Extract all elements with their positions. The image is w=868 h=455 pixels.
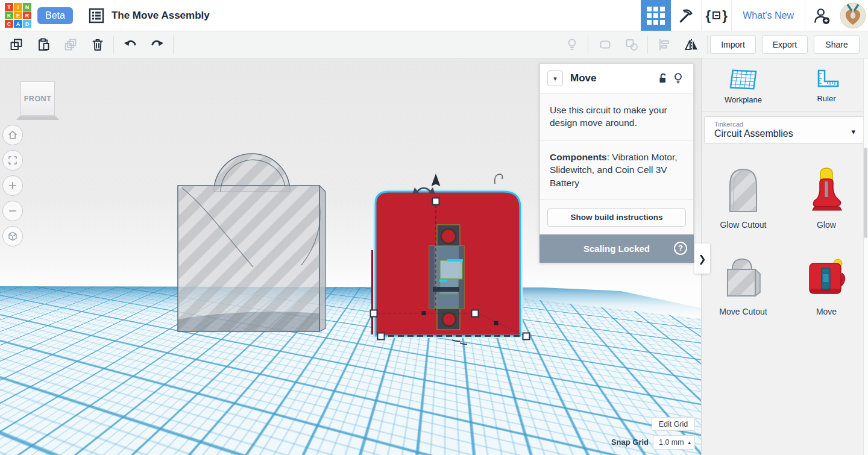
- inspector-dropdown-button[interactable]: ▾: [547, 71, 563, 86]
- logo-letter: E: [14, 11, 22, 19]
- inspector-header: ▾ Move: [539, 63, 694, 93]
- undo-button[interactable]: [116, 31, 143, 58]
- logo-letter: T: [5, 3, 13, 11]
- move-up-handle[interactable]: [432, 174, 441, 186]
- lightbulb-icon: [671, 72, 685, 85]
- inspector-title: Move: [570, 72, 655, 84]
- delete-button[interactable]: [84, 31, 111, 58]
- paste-icon: [36, 37, 51, 52]
- paste-button[interactable]: [30, 31, 57, 58]
- unlock-icon: [656, 72, 669, 85]
- snap-grid-label: Snap Grid: [597, 438, 649, 447]
- part-label: Move Cutout: [719, 307, 767, 316]
- ungroup-icon: [624, 37, 639, 52]
- tinkercad-logo[interactable]: T I N K E R C A D: [5, 3, 31, 28]
- zoom-out-icon: [7, 206, 18, 216]
- ruler-tool[interactable]: Ruler: [785, 58, 868, 111]
- minecraft-export-button[interactable]: [671, 0, 701, 31]
- pickaxe-icon: [678, 7, 694, 24]
- part-move-cutout[interactable]: Move Cutout: [702, 246, 785, 316]
- chevron-right-icon: ❯: [698, 253, 706, 265]
- zoom-out-button[interactable]: [2, 201, 23, 221]
- perspective-toggle-button[interactable]: [2, 226, 23, 246]
- shapes-sidebar: Workplane Ruler Tinkercad Circuit Assemb…: [701, 58, 868, 455]
- logo-letter: A: [14, 20, 22, 28]
- mirror-icon: [684, 37, 699, 52]
- workplane-canvas[interactable]: [0, 284, 701, 455]
- part-label: Glow: [817, 220, 836, 230]
- align-button: [650, 31, 678, 58]
- part-label: Glow Cutout: [720, 220, 766, 230]
- home-icon: [7, 130, 18, 140]
- mirror-button[interactable]: [678, 31, 705, 58]
- list-icon: [89, 8, 104, 24]
- view-cube-label: FRONT: [24, 95, 52, 103]
- redo-button[interactable]: [143, 31, 171, 58]
- avatar: [840, 2, 866, 29]
- lightbulb-icon: [565, 37, 579, 52]
- logo-letter: C: [5, 20, 13, 28]
- ruler-label: Ruler: [817, 94, 835, 103]
- zoom-in-button[interactable]: [2, 175, 23, 196]
- components-label: Components: [550, 152, 607, 162]
- blocks-view-button[interactable]: [641, 0, 671, 31]
- sidebar-scrollbar[interactable]: [863, 58, 868, 455]
- fit-view-button[interactable]: [2, 150, 23, 171]
- inspector-body: Use this circuit to make your design mov…: [539, 93, 694, 234]
- shape-library-select[interactable]: Tinkercad Circuit Assemblies ▾: [704, 116, 866, 144]
- document-title[interactable]: The Move Assembly: [112, 10, 210, 22]
- home-view-button[interactable]: [2, 125, 23, 145]
- help-icon[interactable]: ?: [674, 242, 687, 255]
- move-icon: [804, 251, 849, 302]
- codeblocks-button[interactable]: {}: [701, 0, 731, 31]
- workplane-far-edge: [0, 284, 701, 316]
- part-label: Move: [816, 307, 837, 316]
- share-button[interactable]: Share: [814, 36, 860, 54]
- import-button[interactable]: Import: [710, 36, 756, 54]
- view-cube-base: [16, 116, 59, 120]
- sidebar-tools-row: Workplane Ruler: [702, 58, 868, 111]
- snap-grid-select[interactable]: 1.0 mm ▴: [653, 435, 695, 450]
- beta-badge: Beta: [37, 7, 73, 24]
- design-menu-button[interactable]: [87, 7, 105, 25]
- edit-grid-button[interactable]: Edit Grid: [652, 417, 695, 431]
- show-build-instructions-button[interactable]: Show build instructions: [547, 209, 686, 227]
- move-shape-selected[interactable]: [362, 169, 536, 350]
- hide-toggle[interactable]: [670, 71, 686, 86]
- trash-icon: [90, 37, 105, 52]
- duplicate-icon: [63, 37, 78, 52]
- tinkercad-app: T I N K E R C A D Beta The Move Assembly: [0, 0, 868, 455]
- inspector-panel: ▾ Move Use this circuit to make your des…: [539, 63, 694, 263]
- inspector-components: Components: Vibration Motor, Slidewitch,…: [540, 140, 693, 200]
- part-glow[interactable]: Glow: [785, 160, 868, 230]
- logo-letter: K: [5, 11, 13, 19]
- copy-icon: [9, 37, 24, 52]
- glow-cutout-icon: [720, 165, 766, 215]
- scrollbar-thumb[interactable]: [864, 148, 867, 238]
- whats-new-link[interactable]: What's New: [731, 0, 805, 31]
- panel-collapse-tab[interactable]: ❯: [694, 243, 710, 274]
- library-brand: Tinkercad: [714, 121, 865, 128]
- add-person-icon: [813, 7, 831, 25]
- move-cutout-shape[interactable]: [169, 149, 338, 336]
- glow-icon: [804, 165, 849, 215]
- chevron-down-icon: ▾: [553, 75, 557, 83]
- scaling-locked-label: Scaling Locked: [583, 243, 650, 254]
- copy-button[interactable]: [2, 31, 30, 58]
- part-move[interactable]: Move: [785, 246, 868, 316]
- workplane-tool[interactable]: Workplane: [702, 58, 785, 111]
- group-button: [591, 31, 618, 58]
- lock-toggle[interactable]: [655, 71, 670, 86]
- duplicate-button: [57, 31, 84, 58]
- part-glow-cutout[interactable]: Glow Cutout: [702, 160, 785, 230]
- invite-user-button[interactable]: [805, 0, 838, 31]
- export-button[interactable]: Export: [762, 36, 808, 54]
- perspective-cube-icon: [7, 231, 18, 242]
- move-cutout-icon: [720, 251, 766, 302]
- fit-view-icon: [7, 155, 18, 166]
- logo-letter: I: [14, 3, 22, 11]
- redo-icon: [149, 37, 165, 52]
- view-cube[interactable]: FRONT: [20, 81, 55, 116]
- rotate-handle-small[interactable]: [495, 174, 503, 184]
- account-menu[interactable]: [838, 0, 868, 31]
